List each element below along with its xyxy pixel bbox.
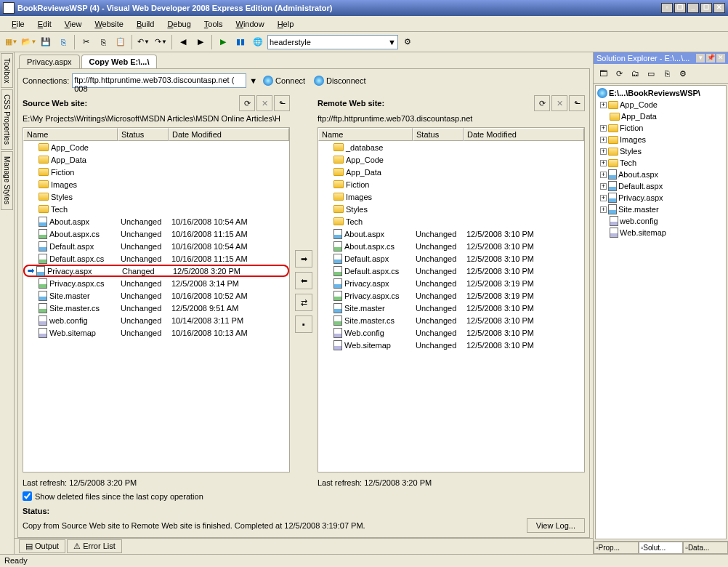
file-row[interactable]: About.aspx.csUnchanged10/16/2008 11:15 A…	[23, 228, 289, 240]
doc-tab[interactable]: Privacy.aspx	[19, 55, 80, 68]
connect-button[interactable]: Connect	[260, 74, 308, 87]
file-row[interactable]: Site.masterUnchanged12/5/2008 3:10 PM	[318, 302, 584, 314]
expand-icon[interactable]: +	[600, 206, 607, 213]
nest-button[interactable]: 🗂	[628, 66, 642, 81]
minimize-to-tray-button[interactable]: ▫	[661, 3, 673, 13]
browser-button[interactable]: 🌐	[250, 34, 266, 50]
refresh-tree-button[interactable]: ⟳	[612, 66, 626, 81]
file-row[interactable]: Fiction	[23, 166, 289, 178]
menu-debug[interactable]: Debug	[161, 18, 196, 30]
nav-back-button[interactable]: ◀	[175, 34, 191, 50]
panel-tab[interactable]: ▫Solut...	[639, 542, 684, 554]
menu-file[interactable]: File	[6, 18, 31, 30]
source-grid[interactable]: Name Status Date Modified App_CodeApp_Da…	[23, 127, 290, 472]
expand-icon[interactable]: +	[600, 125, 607, 132]
file-row[interactable]: Default.aspxUnchanged10/16/2008 10:54 AM	[23, 240, 289, 252]
tree-node[interactable]: +About.aspx	[597, 169, 724, 180]
bottom-tab-error-list[interactable]: ⚠ Error List	[67, 539, 122, 553]
file-row[interactable]: About.aspx.csUnchanged12/5/2008 3:10 PM	[318, 240, 584, 252]
close-button[interactable]: ✕	[713, 3, 725, 13]
file-row[interactable]: Default.aspx.csUnchanged10/16/2008 11:15…	[23, 252, 289, 265]
expand-icon[interactable]: +	[600, 148, 607, 155]
expand-icon[interactable]: +	[600, 172, 607, 178]
col-date[interactable]: Date Modified	[464, 128, 584, 141]
panel-tab[interactable]: ▫Prop...	[594, 542, 639, 554]
refresh-source-button[interactable]: ⟳	[239, 95, 255, 111]
file-row[interactable]: Web.configUnchanged12/5/2008 3:10 PM	[318, 326, 584, 339]
minimize-button[interactable]: _	[687, 3, 699, 13]
delete-source-button[interactable]: ✕	[256, 95, 272, 111]
file-row[interactable]: Privacy.aspx.csUnchanged12/5/2008 3:19 P…	[318, 289, 584, 302]
col-status[interactable]: Status	[413, 128, 464, 141]
tree-node[interactable]: Web.sitemap	[597, 227, 724, 238]
dock-toolbox[interactable]: Toolbox	[1, 53, 13, 88]
file-row[interactable]: Tech	[318, 215, 584, 228]
disconnect-button[interactable]: Disconnect	[311, 74, 368, 87]
menu-edit[interactable]: Edit	[32, 18, 57, 30]
col-name[interactable]: Name	[23, 128, 118, 141]
col-name[interactable]: Name	[318, 128, 413, 141]
view-code-button[interactable]: ▭	[644, 66, 658, 81]
menu-build[interactable]: Build	[131, 18, 160, 30]
expand-icon[interactable]: +	[600, 137, 607, 143]
tree-node[interactable]: +Site.master	[597, 204, 724, 215]
expand-icon[interactable]: +	[600, 160, 607, 166]
restore-down-button[interactable]: ❐	[674, 3, 686, 13]
panel-dropdown-button[interactable]: ▾	[696, 54, 705, 63]
file-row[interactable]: Site.master.csUnchanged12/5/2008 3:10 PM	[318, 314, 584, 326]
file-row[interactable]: About.aspxUnchanged12/5/2008 3:10 PM	[318, 228, 584, 240]
run-button[interactable]: ▶	[215, 34, 231, 50]
sync-button[interactable]: ⇄	[295, 294, 312, 311]
cut-button[interactable]: ✂	[78, 34, 94, 50]
copy-left-button[interactable]: ⬅	[295, 272, 312, 289]
file-row[interactable]: Styles	[318, 203, 584, 215]
file-row[interactable]: Fiction	[318, 178, 584, 190]
file-row[interactable]: Styles	[23, 190, 289, 203]
stop-transfer-button[interactable]: ▪	[295, 315, 312, 333]
dock-css-properties[interactable]: CSS Properties	[1, 89, 13, 150]
maximize-button[interactable]: ☐	[700, 3, 712, 13]
tree-node[interactable]: +Styles	[597, 145, 724, 157]
file-row[interactable]: web.configUnchanged10/14/2008 3:11 PM	[23, 314, 289, 326]
panel-close-button[interactable]: ✕	[716, 54, 725, 63]
remote-grid[interactable]: Name Status Date Modified _databaseApp_C…	[318, 127, 585, 472]
style-combo[interactable]: headerstyle▼	[267, 35, 398, 49]
file-row[interactable]: App_Code	[23, 141, 289, 153]
file-row[interactable]: Images	[23, 178, 289, 190]
file-row[interactable]: _database	[318, 141, 584, 153]
expand-icon[interactable]: +	[600, 102, 607, 108]
file-row[interactable]: App_Data	[318, 166, 584, 178]
tree-node[interactable]: App_Data	[597, 110, 724, 122]
file-row[interactable]: Site.masterUnchanged10/16/2008 10:52 AM	[23, 289, 289, 302]
file-row[interactable]: Site.master.csUnchanged12/5/2008 9:51 AM	[23, 302, 289, 314]
panel-pin-button[interactable]: 📌	[706, 54, 715, 63]
up-remote-button[interactable]: ⬑	[569, 95, 585, 111]
menu-window[interactable]: Window	[230, 18, 270, 30]
tree-root[interactable]: E:\...\BookReviewsWSP\	[597, 87, 724, 99]
save-all-button[interactable]: ⎘	[55, 34, 71, 50]
open-button[interactable]: 📂▼	[20, 34, 36, 50]
show-deleted-checkbox[interactable]	[23, 491, 32, 501]
tree-node[interactable]: +Privacy.aspx	[597, 192, 724, 204]
solution-tree[interactable]: E:\...\BookReviewsWSP\ +App_CodeApp_Data…	[595, 85, 727, 539]
col-date[interactable]: Date Modified	[169, 128, 289, 141]
undo-button[interactable]: ↶▼	[135, 34, 151, 50]
file-row[interactable]: App_Code	[318, 153, 584, 166]
panel-tab[interactable]: ▫Data...	[683, 542, 728, 554]
up-source-button[interactable]: ⬑	[274, 95, 290, 111]
file-row[interactable]: Tech	[23, 203, 289, 215]
view-log-button[interactable]: View Log...	[527, 518, 585, 533]
dock-manage-styles[interactable]: Manage Styles	[1, 151, 13, 209]
tree-node[interactable]: +Default.aspx	[597, 180, 724, 192]
file-row[interactable]: Default.aspx.csUnchanged12/5/2008 3:10 P…	[318, 265, 584, 277]
copy-site-button[interactable]: ⎘	[660, 66, 674, 81]
dropdown-icon[interactable]: ▼	[249, 76, 257, 85]
save-button[interactable]: 💾	[38, 34, 54, 50]
file-row[interactable]: About.aspxUnchanged10/16/2008 10:54 AM	[23, 215, 289, 228]
menu-view[interactable]: View	[59, 18, 88, 30]
menu-help[interactable]: Help	[272, 18, 300, 30]
file-row[interactable]: Web.sitemapUnchanged10/16/2008 10:13 AM	[23, 326, 289, 339]
file-row[interactable]: Privacy.aspx.csUnchanged12/5/2008 3:14 P…	[23, 277, 289, 289]
bottom-tab-output[interactable]: ▤ Output	[19, 539, 65, 553]
file-row[interactable]: Privacy.aspxUnchanged12/5/2008 3:19 PM	[318, 277, 584, 289]
